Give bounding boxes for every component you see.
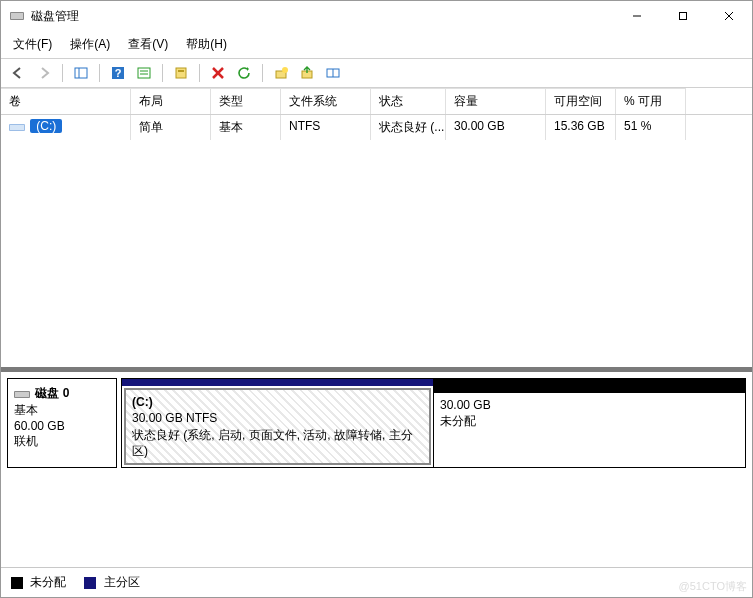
- svg-point-18: [282, 67, 288, 73]
- col-layout[interactable]: 布局: [131, 88, 211, 114]
- disk-row: 磁盘 0 基本 60.00 GB 联机 (C:) 30.00 GB NTFS 状…: [1, 372, 752, 474]
- svg-rect-13: [176, 68, 186, 78]
- cell-free: 15.36 GB: [546, 115, 616, 140]
- legend-unallocated: 未分配: [11, 574, 66, 591]
- partition-size-fs: 30.00 GB NTFS: [132, 410, 423, 426]
- action-list-icon[interactable]: [133, 62, 155, 84]
- swatch-unallocated: [11, 577, 23, 589]
- volume-name-badge: (C:): [30, 119, 62, 133]
- menu-file[interactable]: 文件(F): [5, 33, 60, 56]
- back-icon[interactable]: [7, 62, 29, 84]
- partition-label: (C:): [132, 394, 423, 410]
- volume-list-empty-area: [1, 140, 752, 367]
- partitions: (C:) 30.00 GB NTFS 状态良好 (系统, 启动, 页面文件, 活…: [121, 378, 746, 468]
- forward-icon[interactable]: [33, 62, 55, 84]
- disk-type: 基本: [14, 402, 110, 419]
- svg-rect-23: [10, 125, 24, 130]
- attach-vhd-icon[interactable]: [296, 62, 318, 84]
- disk-status: 联机: [14, 433, 110, 450]
- window-title: 磁盘管理: [31, 8, 79, 25]
- titlebar: 磁盘管理: [1, 1, 752, 31]
- svg-rect-6: [75, 68, 87, 78]
- partition-unallocated[interactable]: 30.00 GB 未分配: [434, 379, 745, 467]
- drive-icon: [9, 121, 25, 133]
- disk-info[interactable]: 磁盘 0 基本 60.00 GB 联机: [7, 378, 117, 468]
- svg-rect-14: [178, 70, 184, 72]
- svg-rect-1: [11, 13, 23, 19]
- new-volume-icon[interactable]: [270, 62, 292, 84]
- cell-percent: 51 %: [616, 115, 686, 140]
- svg-rect-3: [680, 13, 687, 20]
- col-filesystem[interactable]: 文件系统: [281, 88, 371, 114]
- col-free[interactable]: 可用空间: [546, 88, 616, 114]
- properties-icon[interactable]: [170, 62, 192, 84]
- col-percent[interactable]: % 可用: [616, 88, 686, 114]
- cell-filesystem: NTFS: [281, 115, 371, 140]
- partition-header-unallocated: [434, 379, 745, 393]
- svg-rect-25: [15, 392, 29, 397]
- legend-primary: 主分区: [84, 574, 139, 591]
- menu-help[interactable]: 帮助(H): [178, 33, 235, 56]
- refresh-icon[interactable]: [233, 62, 255, 84]
- disk-map: 磁盘 0 基本 60.00 GB 联机 (C:) 30.00 GB NTFS 状…: [1, 367, 752, 567]
- col-status[interactable]: 状态: [371, 88, 446, 114]
- window-controls: [614, 1, 752, 31]
- partition-primary[interactable]: (C:) 30.00 GB NTFS 状态良好 (系统, 启动, 页面文件, 活…: [122, 379, 434, 467]
- volume-list-header: 卷 布局 类型 文件系统 状态 容量 可用空间 % 可用: [1, 88, 752, 115]
- cell-type: 基本: [211, 115, 281, 140]
- col-volume[interactable]: 卷: [1, 88, 131, 114]
- swatch-primary: [84, 577, 96, 589]
- help-icon[interactable]: ?: [107, 62, 129, 84]
- watermark: @51CTO博客: [679, 579, 747, 594]
- partition-body: (C:) 30.00 GB NTFS 状态良好 (系统, 启动, 页面文件, 活…: [124, 388, 431, 465]
- col-type[interactable]: 类型: [211, 88, 281, 114]
- delete-icon[interactable]: [207, 62, 229, 84]
- svg-rect-10: [138, 68, 150, 78]
- volume-row[interactable]: (C:) 简单 基本 NTFS 状态良好 (... 30.00 GB 15.36…: [1, 115, 752, 140]
- volume-list: 卷 布局 类型 文件系统 状态 容量 可用空间 % 可用 (C:) 简单 基本 …: [1, 88, 752, 140]
- menu-action[interactable]: 操作(A): [62, 33, 118, 56]
- disk-name: 磁盘 0: [35, 386, 69, 400]
- menubar: 文件(F) 操作(A) 查看(V) 帮助(H): [1, 31, 752, 59]
- menu-view[interactable]: 查看(V): [120, 33, 176, 56]
- disk-icon: [14, 388, 30, 400]
- svg-text:?: ?: [115, 67, 122, 79]
- partition-body: 30.00 GB 未分配: [434, 393, 745, 467]
- cell-layout: 简单: [131, 115, 211, 140]
- minimize-button[interactable]: [614, 1, 660, 31]
- partition-size: 30.00 GB: [440, 397, 739, 413]
- app-icon: [9, 8, 25, 24]
- cell-capacity: 30.00 GB: [446, 115, 546, 140]
- col-capacity[interactable]: 容量: [446, 88, 546, 114]
- disk-size: 60.00 GB: [14, 419, 110, 433]
- partition-header-primary: [122, 379, 433, 386]
- legend: 未分配 主分区: [1, 567, 752, 597]
- toolbar: ?: [1, 59, 752, 88]
- cell-status: 状态良好 (...: [371, 115, 446, 140]
- maximize-button[interactable]: [660, 1, 706, 31]
- partition-state: 未分配: [440, 413, 739, 429]
- settings-icon[interactable]: [322, 62, 344, 84]
- partition-status: 状态良好 (系统, 启动, 页面文件, 活动, 故障转储, 主分区): [132, 427, 423, 459]
- show-hide-console-tree-icon[interactable]: [70, 62, 92, 84]
- close-button[interactable]: [706, 1, 752, 31]
